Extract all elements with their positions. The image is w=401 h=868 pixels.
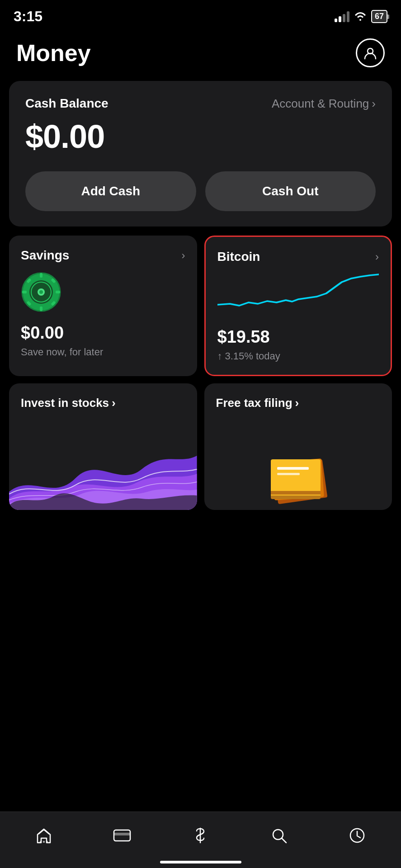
bitcoin-change: ↑ 3.15% today	[217, 350, 379, 362]
status-time: 3:15	[14, 8, 42, 25]
tax-arrow-icon: ›	[295, 396, 299, 410]
cash-balance-label: Cash Balance	[25, 96, 109, 111]
savings-title: Savings	[21, 248, 69, 263]
bottom-nav	[0, 811, 401, 868]
nav-card[interactable]	[103, 821, 141, 850]
svg-rect-2	[40, 273, 42, 278]
svg-rect-20	[271, 495, 321, 499]
action-buttons: Add Cash Cash Out	[25, 171, 376, 211]
svg-line-25	[44, 830, 49, 834]
wifi-icon	[354, 11, 367, 23]
svg-rect-3	[40, 307, 42, 311]
status-bar: 3:15 67	[0, 0, 401, 29]
bitcoin-chart	[217, 273, 379, 318]
cash-amount: $0.00	[25, 118, 376, 155]
tax-title: Free tax filing ›	[216, 396, 381, 410]
svg-rect-21	[40, 841, 42, 843]
bitcoin-arrow-icon: ›	[375, 250, 379, 263]
page-title: Money	[16, 39, 91, 66]
savings-card-header: Savings ›	[21, 248, 185, 263]
stocks-card[interactable]: Invest in stocks ›	[9, 383, 197, 510]
card-icon	[112, 826, 132, 845]
cash-balance-card: Cash Balance Account & Routing › $0.00 A…	[9, 81, 392, 226]
bottom-cards: Invest in stocks ›	[9, 383, 392, 510]
profile-button[interactable]	[356, 38, 385, 67]
add-cash-button[interactable]: Add Cash	[25, 171, 196, 211]
bitcoin-card[interactable]: Bitcoin › $19.58 ↑ 3.15% today	[204, 236, 392, 376]
savings-arrow-icon: ›	[182, 249, 185, 262]
svg-rect-23	[46, 841, 48, 843]
home-icon	[34, 826, 54, 845]
bitcoin-amount: $19.58	[217, 327, 379, 347]
dollar-icon	[190, 826, 210, 845]
header: Money	[0, 29, 401, 81]
cash-balance-header: Cash Balance Account & Routing ›	[25, 96, 376, 111]
stocks-title: Invest in stocks ›	[21, 396, 185, 410]
savings-icon-container	[21, 272, 185, 314]
nav-search[interactable]	[260, 821, 298, 850]
svg-rect-22	[43, 841, 45, 843]
account-routing-link[interactable]: Account & Routing ›	[272, 97, 376, 111]
cash-out-button[interactable]: Cash Out	[205, 171, 376, 211]
savings-amount: $0.00	[21, 323, 185, 343]
svg-rect-17	[277, 467, 309, 470]
nav-home[interactable]	[25, 821, 63, 850]
savings-subtitle: Save now, for later	[21, 346, 185, 358]
bitcoin-card-header: Bitcoin ›	[217, 250, 379, 264]
svg-line-24	[38, 830, 44, 834]
home-indicator	[160, 861, 241, 863]
cards-grid: Savings ›	[9, 236, 392, 376]
battery-icon: 67	[371, 10, 387, 23]
tax-illustration	[262, 438, 334, 510]
svg-rect-5	[56, 291, 60, 293]
nav-dollar[interactable]	[181, 821, 219, 850]
svg-rect-27	[114, 833, 130, 835]
activity-icon	[347, 826, 367, 845]
main-content: Cash Balance Account & Routing › $0.00 A…	[0, 81, 401, 573]
savings-icon	[21, 272, 61, 312]
status-icons: 67	[335, 10, 387, 23]
tax-card[interactable]: Free tax filing ›	[204, 383, 392, 510]
profile-icon	[363, 45, 378, 61]
bitcoin-title: Bitcoin	[217, 250, 260, 264]
signal-icon	[335, 11, 349, 22]
stocks-arrow-icon: ›	[112, 396, 116, 410]
svg-rect-19	[271, 491, 321, 495]
search-icon	[269, 826, 289, 845]
up-arrow-icon: ↑	[217, 350, 222, 362]
svg-rect-4	[22, 291, 27, 293]
savings-card[interactable]: Savings ›	[9, 236, 197, 376]
svg-rect-18	[277, 473, 300, 475]
svg-line-29	[282, 838, 286, 843]
nav-activity[interactable]	[338, 821, 376, 850]
stocks-illustration	[9, 429, 197, 510]
svg-point-13	[39, 290, 43, 294]
